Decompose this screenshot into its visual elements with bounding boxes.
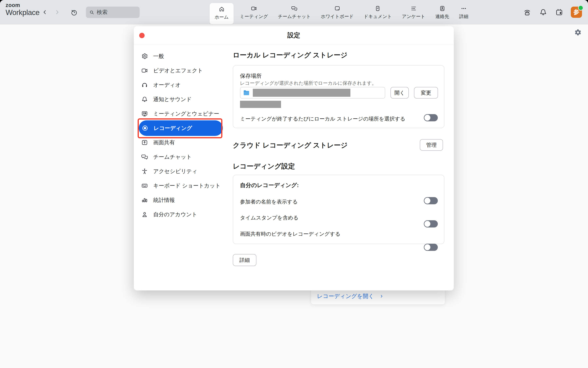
record-icon — [142, 125, 149, 131]
meetings-icon — [251, 5, 257, 12]
history-button[interactable] — [70, 8, 78, 16]
calendar-icon — [555, 8, 563, 16]
sidebar-item-statistics[interactable]: 統計情報 — [139, 193, 223, 207]
show-participant-names-label: 参加者の名前を表示する — [240, 198, 298, 205]
choose-location-toggle[interactable] — [424, 114, 438, 121]
home-icon — [219, 6, 225, 12]
tab-team-chat[interactable]: チームチャット — [273, 0, 316, 24]
sidebar-item-recording[interactable]: レコーディング — [139, 120, 223, 136]
my-recordings-title: 自分のレコーディング: — [240, 182, 299, 189]
accessibility-icon — [141, 168, 148, 175]
calendar-button[interactable] — [555, 8, 564, 17]
local-storage-card: 保存場所 レコーディングが選択された場所でローカルに保存されます。 開く 変更 … — [233, 65, 444, 128]
sidebar-item-label: 通知とサウンド — [153, 96, 192, 103]
tab-label: ホーム — [215, 14, 229, 20]
keyboard-icon — [141, 182, 148, 189]
choose-location-toggle-label: ミーティングが終了するたびにローカル ストレージの場所を選択する — [240, 115, 405, 122]
tab-surveys[interactable]: アンケート — [397, 0, 430, 24]
main-tab-bar: ホーム ミーティング チームチャット ホワイトボード ドキュメント アンケート — [208, 0, 473, 24]
redacted-path-text — [253, 89, 350, 97]
toggle-knob — [424, 244, 430, 250]
sidebar-item-keyboard-shortcuts[interactable]: キーボード ショートカット — [139, 178, 223, 193]
stats-bars-icon — [141, 197, 148, 203]
sidebar-item-audio[interactable]: オーディオ — [139, 78, 223, 92]
presence-dot — [578, 5, 583, 11]
sidebar-item-notifications[interactable]: 通知とサウンド — [139, 92, 223, 107]
bell-icon — [141, 96, 148, 103]
tab-home[interactable]: ホーム — [210, 3, 233, 24]
headphones-icon — [141, 82, 148, 88]
sidebar-item-video-effects[interactable]: ビデオとエフェクト — [139, 63, 223, 78]
redacted-disk-info — [240, 101, 281, 108]
include-timestamp-label: タイムスタンプを含める — [240, 214, 299, 221]
open-recordings-link[interactable]: レコーディングを開く — [311, 293, 384, 304]
tab-more[interactable]: 詳細 — [454, 0, 473, 24]
sidebar-item-my-account[interactable]: 自分のアカウント — [139, 207, 223, 222]
history-icon — [71, 9, 78, 16]
settings-dialog: 設定 一般 ビデオとエフェクト オーディオ 通知とサウンド ミ — [134, 26, 454, 290]
tab-meetings[interactable]: ミーティング — [235, 0, 273, 24]
sidebar-item-general[interactable]: 一般 — [139, 49, 223, 63]
share-to-device-button[interactable] — [523, 8, 532, 17]
tab-label: ミーティング — [240, 13, 268, 19]
tab-whiteboard[interactable]: ホワイトボード — [316, 0, 359, 24]
notifications-button[interactable] — [539, 8, 548, 17]
sidebar-item-label: オーディオ — [153, 81, 181, 89]
sidebar-item-label: ビデオとエフェクト — [153, 67, 203, 74]
toggle-knob — [424, 221, 430, 227]
save-location-description: レコーディングが選択された場所でローカルに保存されます。 — [240, 80, 377, 86]
record-video-during-share-label: 画面共有時のビデオをレコーディングする — [240, 230, 340, 238]
documents-icon — [375, 5, 381, 12]
avatar[interactable]: 参 — [571, 7, 582, 18]
sidebar-item-label: チームチャット — [153, 153, 192, 160]
sidebar-item-label: 自分のアカウント — [153, 211, 197, 218]
record-video-during-share-toggle[interactable] — [424, 244, 438, 251]
tab-contacts[interactable]: 連絡先 — [430, 0, 454, 24]
include-timestamp-toggle[interactable] — [424, 220, 438, 228]
folder-icon — [243, 89, 250, 96]
logo-line-zoom: zoom — [6, 3, 40, 8]
page-settings-gear-button[interactable] — [574, 28, 582, 36]
gear-icon — [141, 53, 148, 60]
monitor-grid-icon — [141, 110, 148, 117]
whiteboard-icon — [334, 5, 340, 12]
chevron-left-icon — [42, 9, 48, 15]
settings-sidebar: 一般 ビデオとエフェクト オーディオ 通知とサウンド ミーティングとウェビナー … — [139, 49, 223, 222]
share-to-device-icon — [523, 8, 531, 16]
person-icon — [141, 211, 148, 218]
gear-icon — [574, 28, 582, 36]
search-icon — [89, 10, 94, 15]
tab-label: 連絡先 — [435, 13, 449, 19]
settings-main-pane: ローカル レコーディング ストレージ 保存場所 レコーディングが選択された場所で… — [233, 26, 444, 290]
sidebar-item-screen-share[interactable]: 画面共有 — [139, 135, 223, 150]
sidebar-item-accessibility[interactable]: アクセシビリティ — [139, 164, 223, 178]
chevron-right-icon — [54, 9, 60, 15]
back-button[interactable] — [41, 8, 49, 16]
recording-path-input[interactable] — [240, 87, 385, 99]
advanced-button[interactable]: 詳細 — [233, 254, 256, 266]
toggle-knob — [424, 198, 430, 204]
logo-line-workplace: Workplace — [6, 9, 40, 16]
chat-bubbles-icon — [141, 154, 148, 160]
sidebar-item-team-chat[interactable]: チームチャット — [139, 150, 223, 164]
sidebar-item-meetings-webinars[interactable]: ミーティングとウェビナー — [139, 107, 223, 121]
sidebar-item-label: 画面共有 — [153, 139, 175, 146]
tab-label: アンケート — [402, 13, 425, 19]
save-location-label: 保存場所 — [240, 72, 261, 80]
tab-documents[interactable]: ドキュメント — [359, 0, 397, 24]
open-button[interactable]: 開く — [390, 87, 409, 99]
forward-button[interactable] — [53, 8, 61, 16]
show-participant-names-toggle[interactable] — [424, 197, 438, 204]
sidebar-item-label: アクセシビリティ — [153, 168, 197, 175]
sidebar-item-label: レコーディング — [154, 125, 192, 132]
close-button[interactable] — [139, 33, 145, 38]
change-button[interactable]: 変更 — [414, 87, 438, 99]
contacts-icon — [439, 5, 445, 12]
tab-label: ドキュメント — [364, 13, 392, 19]
search-box[interactable] — [86, 7, 140, 18]
local-recording-storage-heading: ローカル レコーディング ストレージ — [233, 51, 347, 60]
manage-button[interactable]: 管理 — [420, 139, 443, 151]
more-icon — [461, 5, 467, 12]
tab-label: 詳細 — [459, 13, 468, 19]
search-input[interactable] — [96, 9, 135, 16]
